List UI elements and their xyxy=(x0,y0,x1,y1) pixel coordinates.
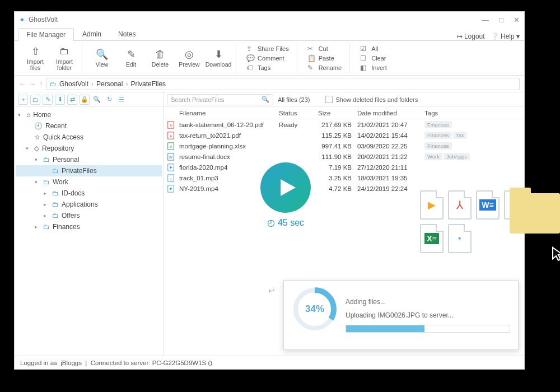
nav-up-button[interactable]: ↑ xyxy=(39,80,43,88)
tree-repository[interactable]: ▾◇Repository xyxy=(16,143,162,154)
svg-text:W: W xyxy=(169,155,172,158)
delete-button-icon: 🗑 xyxy=(155,48,165,60)
nav-forward-button[interactable]: → xyxy=(29,80,36,88)
timer-icon: ◴ xyxy=(267,217,275,228)
table-header: Filename Status Size Date modified Tags xyxy=(164,107,524,119)
preview-button-icon: ◎ xyxy=(185,48,194,60)
svg-text:♪: ♪ xyxy=(170,176,172,181)
download-button[interactable]: ⬇Download xyxy=(206,43,231,73)
file-type-icon: A xyxy=(167,132,179,139)
import-folder-button[interactable]: 🗀Importfolder xyxy=(52,43,77,73)
select-clear-item[interactable]: ☐Clear xyxy=(360,54,387,62)
tree-finances[interactable]: ▸🗀Finances xyxy=(16,221,162,232)
col-size[interactable]: Size xyxy=(318,110,357,116)
new-button[interactable]: ＋ xyxy=(18,95,28,105)
logout-link[interactable]: ↦ Logout xyxy=(457,32,485,40)
edit-button-icon: ✎ xyxy=(127,48,136,60)
view-button-icon: 🔍 xyxy=(96,48,108,60)
search-input[interactable]: Search PrivateFiles🔍 xyxy=(167,94,273,105)
file-type-icon: ♪ xyxy=(167,174,179,182)
pdf-file-icon: ⅄ xyxy=(448,190,472,220)
play-button[interactable] xyxy=(260,162,311,213)
paste-item[interactable]: 📋Paste xyxy=(307,54,342,62)
tree-recent[interactable]: 🕘Recent xyxy=(16,120,162,132)
rename-item[interactable]: ✎Rename xyxy=(307,64,342,72)
tree-offers[interactable]: ▸🗀Offers xyxy=(16,210,162,221)
tree-work[interactable]: ▾🗀Work xyxy=(16,176,162,188)
table-row[interactable]: Abank-statement_06-12-20.pdfReady217.69 … xyxy=(164,119,524,130)
upload-file-label: Uploading IMG0026.JPG to server... xyxy=(346,311,510,319)
tree-quick-access[interactable]: ☆Quick Access xyxy=(16,132,162,143)
status-bar: Logged in as: jBloggs | Connected to ser… xyxy=(15,356,524,369)
help-link[interactable]: ❔ Help ▾ xyxy=(491,32,520,40)
sidebar: ＋ 🗀 ✎ ⬇ ⇄ 🔒 🔍 ↻ ☰ ▾⌂Home 🕘Recent ☆Quick … xyxy=(15,92,164,356)
table-row[interactable]: florida-2020.mp47.19 KB27/12/2020 21:11 xyxy=(164,162,524,172)
app-title: GhostVolt xyxy=(29,16,482,24)
col-filename[interactable]: Filename xyxy=(179,110,279,116)
excel-file-icon: X≡ xyxy=(420,224,444,253)
play-duration-label: ◴45 sec xyxy=(258,217,314,228)
app-logo-icon: ✦ xyxy=(19,16,25,24)
tree-home[interactable]: ▾⌂Home xyxy=(16,109,162,120)
select-invert-item[interactable]: ◧Invert xyxy=(360,64,387,72)
import-files-button-icon: ⇧ xyxy=(31,45,40,58)
cursor-icon xyxy=(552,246,560,264)
import-folder-button-icon: 🗀 xyxy=(59,45,69,58)
move-button[interactable]: ⇄ xyxy=(67,95,77,105)
svg-text:X: X xyxy=(170,144,172,148)
tags-item[interactable]: 🏷Tags xyxy=(246,64,289,72)
table-row[interactable]: ♪track_01.mp33.25 KB18/03/2021 19:35 xyxy=(164,172,524,183)
all-files-filter[interactable]: All files (23) xyxy=(278,96,310,103)
tab-admin[interactable]: Admin xyxy=(74,27,110,40)
view-button[interactable]: 🔍View xyxy=(89,43,115,73)
col-tags[interactable]: Tags xyxy=(424,110,521,116)
search-icon: 🔍 xyxy=(262,96,269,103)
table-row[interactable]: Wresume-final.docx111.90 KB20/02/2021 21… xyxy=(164,151,524,162)
upload-progress-bar xyxy=(346,325,510,333)
lock-button[interactable]: 🔒 xyxy=(80,95,90,105)
tab-notes[interactable]: Notes xyxy=(110,27,144,40)
close-button[interactable]: ✕ xyxy=(514,16,520,24)
rename-folder-button[interactable]: ✎ xyxy=(43,95,53,105)
word-file-icon: W≡ xyxy=(476,190,500,220)
download-folder-button[interactable]: ⬇ xyxy=(55,95,65,105)
tab-bar: File Manager Admin Notes ↦ Logout ❔ Help… xyxy=(15,27,524,41)
ribbon: ⇧Importfiles🗀Importfolder 🔍View✎Edit🗑Del… xyxy=(15,41,524,76)
share-files-item[interactable]: ⇪Share Files xyxy=(246,45,289,53)
table-row[interactable]: Xmortgage-planning.xlsx997.41 KB03/09/20… xyxy=(164,141,524,151)
col-status[interactable]: Status xyxy=(279,110,318,116)
import-files-button[interactable]: ⇧Importfiles xyxy=(22,43,48,73)
table-row[interactable]: Atax-return_to2021.pdf115.25 KB14/02/202… xyxy=(164,130,524,141)
new-folder-button[interactable]: 🗀 xyxy=(30,95,40,105)
select-all-item[interactable]: ☑All xyxy=(360,45,387,53)
upload-progress-donut: 34% xyxy=(292,286,338,332)
image-file-icon: 🞍 xyxy=(448,224,472,253)
upload-progress-panel: ↩ 34% Adding files... Uploading IMG0026.… xyxy=(283,280,519,350)
tree-iddocs[interactable]: ▸🗀ID-docs xyxy=(16,188,162,199)
breadcrumb[interactable]: 🗀 GhostVolt› Personal› PrivateFiles xyxy=(46,78,520,90)
tree-applications[interactable]: ▸🗀Applications xyxy=(16,199,162,210)
status-server: Connected to server: PC-G22G5D9W1S () xyxy=(91,360,212,366)
rewind-icon[interactable]: ↩ xyxy=(268,286,275,295)
titlebar: ✦ GhostVolt — □ ✕ xyxy=(15,12,524,27)
tab-file-manager[interactable]: File Manager xyxy=(18,28,74,41)
edit-button[interactable]: ✎Edit xyxy=(118,43,144,73)
nav-back-button[interactable]: ← xyxy=(19,80,26,88)
folder-tree: ▾⌂Home 🕘Recent ☆Quick Access ▾◇Repositor… xyxy=(15,107,163,356)
refresh-button[interactable]: ↻ xyxy=(104,95,114,105)
tree-privatefiles[interactable]: 🗀PrivateFiles xyxy=(16,165,162,176)
file-type-icon: W xyxy=(167,153,179,161)
search-tree-button[interactable]: 🔍 xyxy=(92,95,102,105)
comment-item[interactable]: 💬Comment xyxy=(246,54,289,62)
upload-percent-label: 34% xyxy=(292,286,338,332)
options-button[interactable]: ☰ xyxy=(116,95,127,105)
cut-item[interactable]: ✂Cut xyxy=(307,45,342,53)
delete-button[interactable]: 🗑Delete xyxy=(147,43,173,73)
file-type-icon xyxy=(167,185,179,193)
show-deleted-toggle[interactable]: Show deleted files and folders xyxy=(325,96,418,103)
minimize-button[interactable]: — xyxy=(482,16,489,24)
col-date[interactable]: Date modified xyxy=(357,110,424,116)
maximize-button[interactable]: □ xyxy=(499,16,503,24)
preview-button[interactable]: ◎Preview xyxy=(176,43,202,73)
tree-personal[interactable]: ▾🗀Personal xyxy=(16,154,162,165)
